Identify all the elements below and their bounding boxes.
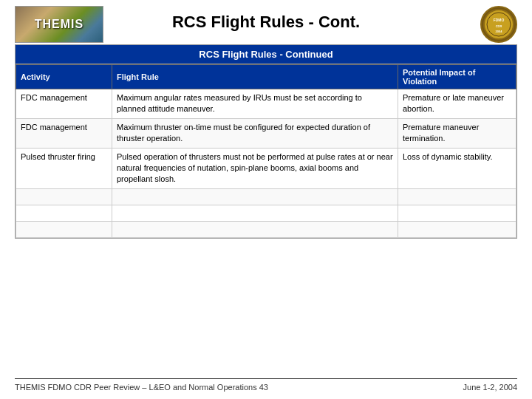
page-header: THEMIS RCS Flight Rules - Cont. FDMO CDR… xyxy=(0,0,532,44)
cell-impact-5 xyxy=(398,221,516,237)
page-title: RCS Flight Rules - Cont. xyxy=(172,13,360,32)
table-container: RCS Flight Rules - Continued Activity Fl… xyxy=(15,44,517,239)
page-footer: THEMIS FDMO CDR Peer Review – L&EO and N… xyxy=(15,378,517,392)
svg-text:FDMO: FDMO xyxy=(494,18,505,22)
cell-impact-2: Loss of dynamic stability. xyxy=(398,148,516,188)
cell-activity-4 xyxy=(16,205,112,221)
main-content: RCS Flight Rules - Continued Activity Fl… xyxy=(0,44,532,239)
footer-left: THEMIS FDMO CDR Peer Review – L&EO and N… xyxy=(15,383,268,392)
table-header-row: Activity Flight Rule Potential Impact of… xyxy=(16,65,516,89)
cell-activity-0: FDC management xyxy=(16,89,112,119)
cell-activity-5 xyxy=(16,221,112,237)
footer-right: June 1-2, 2004 xyxy=(463,383,517,392)
cell-impact-4 xyxy=(398,205,516,221)
col-header-activity: Activity xyxy=(16,65,112,89)
cell-activity-1: FDC management xyxy=(16,118,112,148)
table-row: FDC managementMaximum thruster on-time m… xyxy=(16,118,516,148)
cell-flight_rule-3 xyxy=(112,188,398,205)
table-row: Pulsed thruster firingPulsed operation o… xyxy=(16,148,516,188)
cell-impact-0: Premature or late maneuver abortion. xyxy=(398,89,516,119)
logo-text: THEMIS xyxy=(35,18,83,31)
badge-icon: FDMO CDR 2004 xyxy=(480,6,517,43)
col-header-impact: Potential Impact of Violation xyxy=(398,65,516,89)
svg-text:CDR: CDR xyxy=(496,24,502,28)
cell-activity-2: Pulsed thruster firing xyxy=(16,148,112,188)
table-title: RCS Flight Rules - Continued xyxy=(16,45,516,64)
svg-text:2004: 2004 xyxy=(496,30,503,33)
flight-rules-table: Activity Flight Rule Potential Impact of… xyxy=(16,64,516,238)
table-row xyxy=(16,205,516,221)
cell-flight_rule-5 xyxy=(112,221,398,237)
cell-impact-1: Premature maneuver termination. xyxy=(398,118,516,148)
table-row: FDC managementMaximum angular rates meas… xyxy=(16,89,516,119)
cell-flight_rule-2: Pulsed operation of thrusters must not b… xyxy=(112,148,398,188)
cell-flight_rule-4 xyxy=(112,205,398,221)
table-row xyxy=(16,221,516,237)
cell-flight_rule-1: Maximum thruster on-time must be configu… xyxy=(112,118,398,148)
cell-activity-3 xyxy=(16,188,112,205)
logo: THEMIS xyxy=(15,6,103,43)
table-row xyxy=(16,188,516,205)
col-header-flight-rule: Flight Rule xyxy=(112,65,398,89)
cell-impact-3 xyxy=(398,188,516,205)
cell-flight_rule-0: Maximum angular rates measured by IRUs m… xyxy=(112,89,398,119)
